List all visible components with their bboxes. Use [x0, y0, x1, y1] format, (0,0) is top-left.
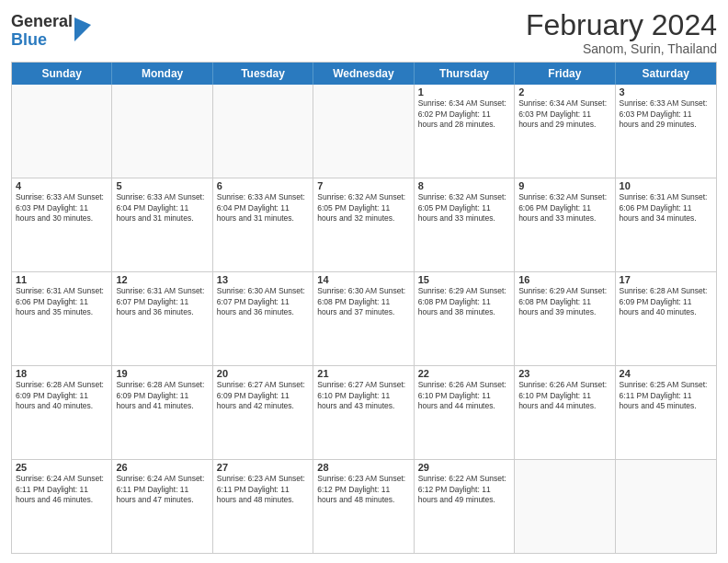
- cal-cell-r4-c1: 26Sunrise: 6:24 AM Sunset: 6:11 PM Dayli…: [112, 460, 212, 553]
- cal-cell-r3-c4: 22Sunrise: 6:26 AM Sunset: 6:10 PM Dayli…: [415, 366, 515, 459]
- cal-cell-r3-c6: 24Sunrise: 6:25 AM Sunset: 6:11 PM Dayli…: [616, 366, 716, 459]
- cell-info: Sunrise: 6:31 AM Sunset: 6:06 PM Dayligh…: [620, 192, 712, 224]
- cell-info: Sunrise: 6:24 AM Sunset: 6:11 PM Dayligh…: [116, 474, 208, 505]
- day-number: 12: [116, 274, 208, 285]
- cal-cell-r0-c2: [213, 85, 313, 178]
- calendar-row-0: 1Sunrise: 6:34 AM Sunset: 6:02 PM Daylig…: [12, 85, 716, 178]
- cell-info: Sunrise: 6:23 AM Sunset: 6:11 PM Dayligh…: [217, 474, 309, 505]
- cell-info: Sunrise: 6:28 AM Sunset: 6:09 PM Dayligh…: [620, 286, 712, 317]
- month-year: February 2024: [526, 9, 717, 41]
- cal-cell-r0-c6: 3Sunrise: 6:33 AM Sunset: 6:03 PM Daylig…: [616, 85, 716, 178]
- cell-info: Sunrise: 6:33 AM Sunset: 6:04 PM Dayligh…: [116, 192, 208, 224]
- day-number: 17: [620, 274, 712, 285]
- cell-info: Sunrise: 6:32 AM Sunset: 6:05 PM Dayligh…: [317, 192, 409, 224]
- day-number: 9: [518, 180, 610, 191]
- header-day-sunday: Sunday: [12, 63, 112, 85]
- cal-cell-r1-c6: 10Sunrise: 6:31 AM Sunset: 6:06 PM Dayli…: [616, 178, 716, 271]
- cell-info: Sunrise: 6:26 AM Sunset: 6:10 PM Dayligh…: [418, 380, 510, 411]
- day-number: 2: [518, 86, 610, 98]
- cell-info: Sunrise: 6:33 AM Sunset: 6:03 PM Dayligh…: [16, 192, 108, 224]
- cell-info: Sunrise: 6:29 AM Sunset: 6:08 PM Dayligh…: [418, 286, 510, 317]
- cell-info: Sunrise: 6:27 AM Sunset: 6:10 PM Dayligh…: [317, 380, 409, 411]
- cal-cell-r1-c3: 7Sunrise: 6:32 AM Sunset: 6:05 PM Daylig…: [313, 178, 414, 271]
- day-number: 14: [317, 274, 409, 285]
- cell-info: Sunrise: 6:28 AM Sunset: 6:09 PM Dayligh…: [16, 380, 108, 411]
- day-number: 5: [116, 180, 208, 191]
- cal-cell-r2-c3: 14Sunrise: 6:30 AM Sunset: 6:08 PM Dayli…: [313, 272, 414, 365]
- calendar-row-4: 25Sunrise: 6:24 AM Sunset: 6:11 PM Dayli…: [12, 459, 716, 553]
- cal-cell-r3-c2: 20Sunrise: 6:27 AM Sunset: 6:09 PM Dayli…: [213, 366, 313, 459]
- cal-cell-r2-c4: 15Sunrise: 6:29 AM Sunset: 6:08 PM Dayli…: [415, 272, 515, 365]
- cal-cell-r1-c4: 8Sunrise: 6:32 AM Sunset: 6:05 PM Daylig…: [415, 178, 515, 271]
- calendar-row-3: 18Sunrise: 6:28 AM Sunset: 6:09 PM Dayli…: [12, 365, 716, 459]
- cal-cell-r2-c2: 13Sunrise: 6:30 AM Sunset: 6:07 PM Dayli…: [213, 272, 313, 365]
- logo-general: General: [11, 13, 73, 31]
- cal-cell-r1-c5: 9Sunrise: 6:32 AM Sunset: 6:06 PM Daylig…: [515, 178, 615, 271]
- cal-cell-r4-c6: [616, 460, 716, 553]
- day-number: 18: [16, 368, 108, 379]
- day-number: 13: [217, 274, 309, 285]
- cell-info: Sunrise: 6:30 AM Sunset: 6:07 PM Dayligh…: [217, 286, 309, 317]
- cal-cell-r0-c5: 2Sunrise: 6:34 AM Sunset: 6:03 PM Daylig…: [515, 85, 615, 178]
- calendar: SundayMondayTuesdayWednesdayThursdayFrid…: [11, 62, 717, 554]
- day-number: 21: [317, 368, 409, 379]
- cal-cell-r0-c3: [313, 85, 414, 178]
- cal-cell-r4-c4: 29Sunrise: 6:22 AM Sunset: 6:12 PM Dayli…: [415, 460, 515, 553]
- header-day-friday: Friday: [515, 63, 615, 85]
- cell-info: Sunrise: 6:29 AM Sunset: 6:08 PM Dayligh…: [518, 286, 610, 317]
- cell-info: Sunrise: 6:32 AM Sunset: 6:05 PM Dayligh…: [418, 192, 510, 224]
- cell-info: Sunrise: 6:33 AM Sunset: 6:04 PM Dayligh…: [217, 192, 309, 224]
- cell-info: Sunrise: 6:27 AM Sunset: 6:09 PM Dayligh…: [217, 380, 309, 411]
- calendar-row-1: 4Sunrise: 6:33 AM Sunset: 6:03 PM Daylig…: [12, 178, 716, 271]
- cal-cell-r3-c3: 21Sunrise: 6:27 AM Sunset: 6:10 PM Dayli…: [313, 366, 414, 459]
- cal-cell-r4-c0: 25Sunrise: 6:24 AM Sunset: 6:11 PM Dayli…: [12, 460, 112, 553]
- cal-cell-r2-c1: 12Sunrise: 6:31 AM Sunset: 6:07 PM Dayli…: [112, 272, 212, 365]
- cal-cell-r2-c5: 16Sunrise: 6:29 AM Sunset: 6:08 PM Dayli…: [515, 272, 615, 365]
- cell-info: Sunrise: 6:32 AM Sunset: 6:06 PM Dayligh…: [518, 192, 610, 224]
- day-number: 11: [16, 274, 108, 285]
- cal-cell-r4-c2: 27Sunrise: 6:23 AM Sunset: 6:11 PM Dayli…: [213, 460, 313, 553]
- day-number: 28: [317, 462, 409, 473]
- day-number: 23: [518, 368, 610, 379]
- cal-cell-r2-c0: 11Sunrise: 6:31 AM Sunset: 6:06 PM Dayli…: [12, 272, 112, 365]
- calendar-header: SundayMondayTuesdayWednesdayThursdayFrid…: [12, 63, 716, 85]
- header-day-thursday: Thursday: [415, 63, 515, 85]
- logo-blue: Blue: [11, 31, 73, 50]
- day-number: 26: [116, 462, 208, 473]
- header-day-saturday: Saturday: [616, 63, 716, 85]
- svg-marker-0: [74, 17, 91, 41]
- cell-info: Sunrise: 6:34 AM Sunset: 6:02 PM Dayligh…: [418, 98, 510, 130]
- day-number: 1: [418, 86, 510, 98]
- cell-info: Sunrise: 6:33 AM Sunset: 6:03 PM Dayligh…: [620, 98, 712, 130]
- logo: General Blue: [11, 13, 91, 50]
- header-day-monday: Monday: [112, 63, 212, 85]
- header: General Blue February 2024 Sanom, Surin,…: [11, 9, 717, 56]
- cal-cell-r4-c3: 28Sunrise: 6:23 AM Sunset: 6:12 PM Dayli…: [313, 460, 414, 553]
- calendar-row-2: 11Sunrise: 6:31 AM Sunset: 6:06 PM Dayli…: [12, 271, 716, 365]
- calendar-body: 1Sunrise: 6:34 AM Sunset: 6:02 PM Daylig…: [12, 85, 716, 553]
- cell-info: Sunrise: 6:24 AM Sunset: 6:11 PM Dayligh…: [16, 474, 108, 505]
- day-number: 29: [418, 462, 510, 473]
- cell-info: Sunrise: 6:31 AM Sunset: 6:06 PM Dayligh…: [16, 286, 108, 317]
- cal-cell-r3-c0: 18Sunrise: 6:28 AM Sunset: 6:09 PM Dayli…: [12, 366, 112, 459]
- logo-icon: [74, 17, 91, 41]
- cal-cell-r1-c2: 6Sunrise: 6:33 AM Sunset: 6:04 PM Daylig…: [213, 178, 313, 271]
- day-number: 24: [620, 368, 712, 379]
- day-number: 10: [620, 180, 712, 191]
- cal-cell-r3-c1: 19Sunrise: 6:28 AM Sunset: 6:09 PM Dayli…: [112, 366, 212, 459]
- day-number: 8: [418, 180, 510, 191]
- cell-info: Sunrise: 6:28 AM Sunset: 6:09 PM Dayligh…: [116, 380, 208, 411]
- day-number: 7: [317, 180, 409, 191]
- day-number: 15: [418, 274, 510, 285]
- day-number: 20: [217, 368, 309, 379]
- header-day-tuesday: Tuesday: [213, 63, 313, 85]
- cal-cell-r0-c0: [12, 85, 112, 178]
- day-number: 27: [217, 462, 309, 473]
- logo-text: General Blue: [11, 13, 73, 50]
- day-number: 4: [16, 180, 108, 191]
- day-number: 3: [620, 86, 712, 98]
- cal-cell-r0-c1: [112, 85, 212, 178]
- day-number: 16: [518, 274, 610, 285]
- cell-info: Sunrise: 6:26 AM Sunset: 6:10 PM Dayligh…: [518, 380, 610, 411]
- cell-info: Sunrise: 6:23 AM Sunset: 6:12 PM Dayligh…: [317, 474, 409, 505]
